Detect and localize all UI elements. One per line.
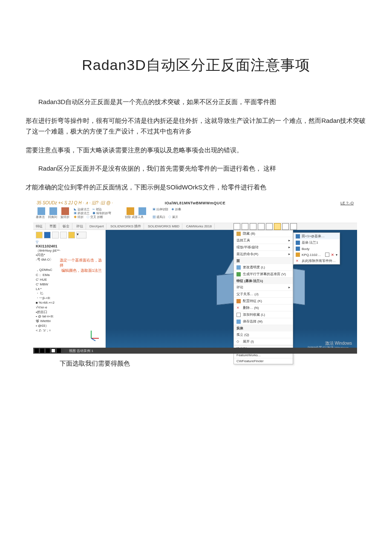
document-page: Radan3D自动区分正反面注意事项 Radan3D自动区分正反面是其一个亮点的… (0, 0, 392, 555)
paragraph-4: Radan区分正反面并不是没有依据的，我们首先需要先给零件的一面进行着色， 这样 (26, 163, 366, 174)
property-manager-icon[interactable] (44, 232, 51, 238)
ribbon-label[interactable]: 褶边 (96, 208, 102, 211)
config-manager-icon[interactable] (52, 232, 59, 238)
zoom-fit-icon[interactable] (233, 223, 240, 230)
status-text: 中 (61, 348, 65, 354)
form-tool-icon[interactable] (138, 207, 146, 215)
orientation-triad-icon (88, 329, 101, 342)
ribbon-label[interactable]: 边缘法兰 (78, 208, 89, 211)
ribbon-label[interactable]: 转折 (78, 215, 84, 218)
paragraph-1: Radan3D自动区分正反面是其一个亮点的技术突破，如果不区分正反面，平面零件图 (26, 96, 366, 108)
view-orient-icon[interactable] (250, 223, 257, 230)
menu-label: 保存选择 (M) (243, 319, 262, 324)
menu-item[interactable]: ✕删除… (N) (234, 305, 293, 311)
menu-label: 评论 (236, 285, 243, 290)
menu-item[interactable]: 孤立 (Q) (234, 331, 293, 338)
ribbon-label: 旋转折 (61, 215, 69, 219)
status-swatch (57, 349, 61, 353)
tree-line: 够 Wiettbi (36, 319, 103, 324)
paragraph-5: 才能准确的定位到零件的正反面情况，下图示例是SOlidWOrkS文件，给零件进行… (26, 182, 366, 193)
menu-item[interactable]: 最近的命令(R)▸ (234, 251, 293, 258)
convert-icon[interactable] (49, 207, 57, 215)
tab[interactable]: SOLIDWORKS 插件 (108, 223, 144, 230)
menu-label: KPQ.1102… (302, 253, 321, 257)
menu-item[interactable]: 缩放/平移/旋转▸ (234, 244, 293, 251)
page-title: Radan3D自动区分正反面注意事项 (26, 55, 366, 75)
menu-item[interactable]: 选择工具▸ (234, 237, 293, 244)
tree-line: C' HUE (36, 278, 103, 282)
tab[interactable]: 钣金 (60, 223, 72, 230)
menu-section-header: 面 (234, 258, 293, 264)
scene-icon[interactable] (282, 223, 289, 230)
menu-item[interactable]: KPQ.1102…✕▾ (294, 252, 340, 258)
viewport-3d[interactable]: ↘ 隐藏 (B) 选择工具▸ 缩放/平移/旋转▸ 最近的命令(R)▸ (106, 230, 357, 354)
menu-label: 选择工具 (236, 238, 250, 243)
paragraph-2: 形在进行折弯等操作时，很有可能分不清是往内折还是往外折，这就导致生产设计加工的一… (26, 115, 366, 137)
menu-item[interactable]: ✕从此排除所有零件外… (294, 258, 340, 264)
menu-item[interactable]: 保存选择 (M) (234, 318, 293, 325)
ribbon-label[interactable]: 折叠 (175, 208, 181, 211)
tree-line: • @ tat·n<8: (36, 314, 103, 319)
menu-label: 生成平行于屏幕的基准面 (V) (243, 272, 286, 276)
tab[interactable]: 草图 (47, 223, 59, 230)
tab[interactable]: CAMWorks 2018 (184, 224, 215, 229)
tab[interactable]: 特征 (33, 223, 46, 230)
ribbon-label: 基体法 (36, 215, 45, 219)
menu-item[interactable]: 生成平行于屏幕的基准面 (V) (234, 271, 293, 278)
tab[interactable]: SOLIDWORKS MBD (145, 224, 182, 229)
menu-item[interactable]: 隐藏 (B) (234, 230, 293, 237)
cut-icon[interactable] (127, 207, 134, 215)
save-selection-icon (236, 320, 241, 324)
menu-label: FeatureWorks... (236, 353, 261, 357)
ribbon-label[interactable]: 通风口 (156, 215, 165, 218)
menu-item[interactable]: ◇展开 (I) (234, 338, 293, 345)
section-view-icon[interactable] (266, 223, 273, 230)
menu-item[interactable]: 添加到收藏 (L) (234, 311, 293, 318)
base-flange-icon[interactable] (37, 207, 45, 215)
menu-label: 展开 (I) (243, 339, 254, 344)
ribbon-label[interactable]: 拉伸切除 (156, 208, 168, 211)
ribbon-label[interactable]: 绘制的折弯 (96, 212, 111, 215)
dimxpert-icon[interactable] (60, 232, 67, 238)
edit-appearance-icon[interactable] (274, 223, 281, 230)
config-icon (236, 299, 241, 303)
render-icon[interactable] (290, 223, 297, 230)
tree-line: （fiHh%xy βE**· (36, 248, 103, 253)
embedded-screenshot: 35 SOUDz +< S 2J Q H · ∧ · 旧? ·旧 @ · IOa… (33, 200, 357, 354)
menu-item[interactable]: CWFeatureFinder (234, 358, 293, 364)
status-swatch (51, 349, 55, 353)
status-swatch (46, 349, 50, 353)
menu-item[interactable]: 评论▸ (234, 284, 293, 291)
tab[interactable]: DimXpert (87, 224, 107, 229)
panel-toolbar: ▾ (36, 232, 103, 238)
tree-line: ，QDMtsC (36, 268, 61, 273)
feature-tree-icon[interactable] (36, 232, 43, 238)
menu-item[interactable]: 配置特征 (K) (234, 298, 293, 305)
ribbon-label: 切除 (125, 215, 131, 218)
zoom-area-icon[interactable] (242, 223, 248, 230)
menu-item[interactable]: 更改透明度 (L) (234, 264, 293, 271)
body-icon (296, 247, 300, 251)
menu-item[interactable]: 基体·法兰1 (294, 239, 340, 246)
menu-section-header: 实体 (234, 325, 293, 331)
ribbon-label[interactable]: 展开 (172, 215, 178, 218)
menu-item[interactable]: 父子关系… (J) (234, 291, 293, 298)
ribbon-group-4: ▣ 拉伸切除 ◈ 折叠 ▦ 通风口 ◇ 展开 (153, 207, 182, 219)
display-style-icon[interactable] (258, 223, 265, 230)
ribbon-label[interactable]: 斜接法兰 (78, 212, 89, 215)
remove-icon: ✕ (296, 259, 300, 263)
ribbon-group-3: 切除 成形工具 (125, 207, 148, 219)
context-menu: 隐藏 (B) 选择工具▸ 缩放/平移/旋转▸ 最近的命令(R)▸ 面 更改透明度… (233, 230, 293, 364)
paragraph-3: 需要注意点事项，下面大略谈谈需要注意的事项以及忽略事项会出现的错误。 (26, 145, 366, 156)
part-icon (296, 253, 300, 257)
menu-item[interactable]: Body (294, 246, 340, 252)
transparency-icon (236, 265, 241, 270)
menu-label: Body (302, 247, 309, 251)
panel-more-icon[interactable]: ▾ (76, 232, 86, 238)
ribbon-label[interactable]: 交叉 折断 (90, 215, 103, 218)
feature-manager-panel: ▾ ▽ KKI1102401 （fiHh%xy βE**· •闪击* -号 6M… (33, 230, 106, 354)
tree-line: ・一β-<8: (36, 296, 103, 301)
tab[interactable]: 评估 (74, 223, 86, 230)
lofted-bend-icon[interactable] (61, 207, 69, 215)
display-manager-icon[interactable] (68, 232, 75, 238)
